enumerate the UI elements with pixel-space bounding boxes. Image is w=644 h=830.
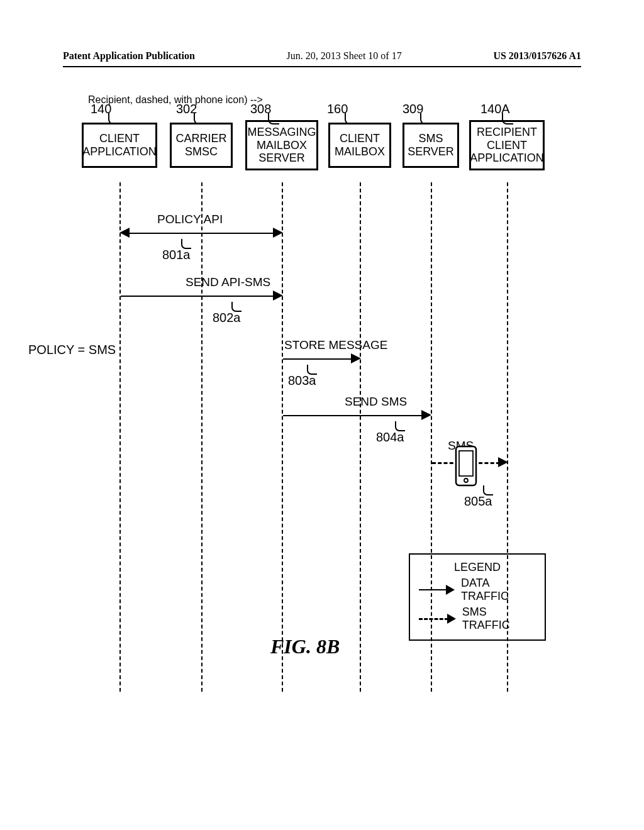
legend-title: LEGEND <box>419 561 536 574</box>
arrowhead-right-icon <box>273 290 283 301</box>
arrow-dashed-icon <box>419 614 456 624</box>
actor-label: CLIENT APPLICATION <box>82 132 157 158</box>
header-left: Patent Application Publication <box>63 50 195 62</box>
arrowhead-left-icon <box>119 228 130 238</box>
lifeline-mailbox-server <box>282 182 283 692</box>
actors-row: 140 CLIENT APPLICATION 302 CARRIER SMSC … <box>88 94 541 182</box>
arrow-send-sms <box>283 415 423 416</box>
actor-recipient-client-application: RECIPIENT CLIENT APPLICATION <box>469 120 545 170</box>
actor-client-application: CLIENT APPLICATION <box>82 123 157 168</box>
actor-carrier-smsc: CARRIER SMSC <box>170 123 233 168</box>
arrowhead-right-icon <box>351 353 361 363</box>
policy-label: POLICY = SMS <box>28 343 116 357</box>
actor-label: CLIENT MAILBOX <box>335 132 385 158</box>
msg-ref-802a: 802a <box>213 311 241 325</box>
legend-data-traffic: DATA TRAFFIC <box>461 577 536 603</box>
header-right: US 2013/0157626 A1 <box>493 50 581 62</box>
lifeline-client-app <box>119 182 121 692</box>
legend-row-data: DATA TRAFFIC <box>419 577 536 603</box>
msg-ref-803a: 803a <box>288 374 316 388</box>
arrowhead-right-icon <box>421 410 431 420</box>
actor-label: RECIPIENT CLIENT APPLICATION <box>470 126 544 165</box>
msg-send-api-sms-label: SEND API-SMS <box>186 275 270 289</box>
arrow-solid-icon <box>419 585 455 595</box>
actor-messaging-mailbox-server: MESSAGING MAILBOX SERVER <box>245 120 318 170</box>
msg-ref-801a: 801a <box>162 248 191 262</box>
legend-box: LEGEND DATA TRAFFIC SMS TRAFFIC <box>409 553 546 641</box>
actor-client-mailbox: CLIENT MAILBOX <box>328 123 391 168</box>
msg-policy-api-label: POLICY API <box>157 213 223 226</box>
figure-label: FIG. 8B <box>270 635 340 658</box>
actor-label: SMS SERVER <box>408 132 454 158</box>
phone-icon <box>453 445 479 487</box>
actor-label: CARRIER SMSC <box>175 132 226 158</box>
svg-rect-1 <box>459 451 473 476</box>
page-header: Patent Application Publication Jun. 20, … <box>63 50 581 62</box>
arrow-send-api-sms <box>121 296 274 297</box>
arrow-store-message <box>283 358 352 360</box>
msg-ref-804a: 804a <box>376 430 404 445</box>
msg-store-message-label: STORE MESSAGE <box>284 338 387 352</box>
sequence-diagram: 140 CLIENT APPLICATION 302 CARRIER SMSC … <box>88 94 541 723</box>
arrow-policy-api <box>127 233 275 234</box>
lifeline-carrier-smsc <box>201 182 203 692</box>
msg-ref-805a: 805a <box>464 494 492 509</box>
actor-label: MESSAGING MAILBOX SERVER <box>247 126 316 165</box>
header-rule <box>63 66 581 67</box>
msg-send-sms-label: SEND SMS <box>345 395 407 409</box>
actor-sms-server: SMS SERVER <box>402 123 459 168</box>
legend-row-sms: SMS TRAFFIC <box>419 606 536 632</box>
lifeline-client-mailbox <box>360 182 361 692</box>
arrowhead-right-icon <box>498 457 508 467</box>
header-mid: Jun. 20, 2013 Sheet 10 of 17 <box>287 50 402 62</box>
arrowhead-right-icon <box>273 228 283 238</box>
legend-sms-traffic: SMS TRAFFIC <box>462 606 536 632</box>
